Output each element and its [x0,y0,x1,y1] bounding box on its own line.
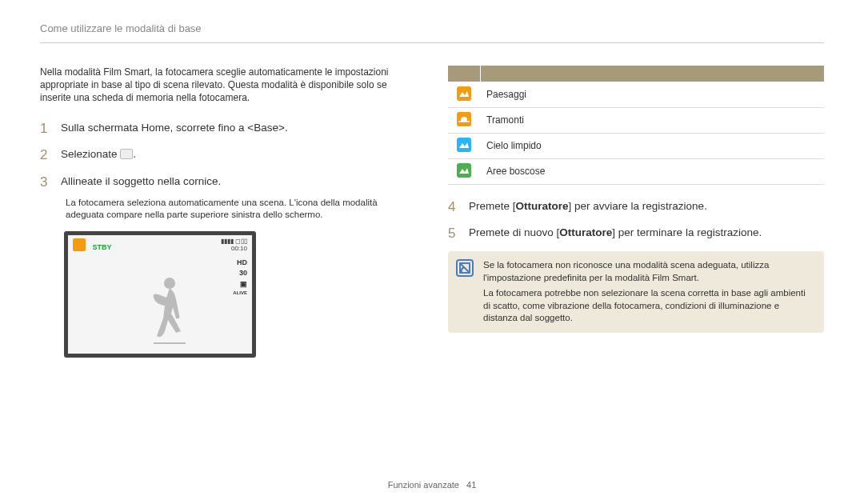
camera-status-icons: ▮▮▮▮ ◻▯▯ 00:10 [221,238,247,253]
scene-label: Tramonti [480,107,824,133]
note-icon [456,259,474,277]
step-2-text: Selezionate . [61,146,136,165]
step-3-text: Allineate il soggetto nella cornice. [61,173,221,192]
svg-point-0 [164,278,175,289]
svg-rect-7 [457,163,471,178]
scene-label: Paesaggi [480,82,824,107]
fps-label: 30 [233,268,247,279]
sky-icon [457,138,471,152]
mode-icon [120,149,133,159]
hd-label: HD [233,258,247,269]
content-columns: Nella modalità Film Smart, la fotocamera… [40,66,824,358]
table-row: Cielo limpido [448,133,824,158]
svg-rect-6 [457,138,471,152]
step-1-text: Sulla schermata Home, scorrete fino a <B… [61,119,288,138]
step-1: 1 Sulla schermata Home, scorrete fino a … [40,119,416,138]
note-box: Se la fotocamera non riconosce una modal… [448,251,824,333]
alive-label: ALIVE [233,290,247,297]
svg-rect-1 [457,86,471,101]
sunset-icon [457,112,471,126]
skater-silhouette-icon [149,275,190,347]
table-header-label-col [480,66,824,82]
footer-section: Funzioni avanzate [388,480,459,490]
step-num-4: 4 [448,198,459,217]
left-column: Nella modalità Film Smart, la fotocamera… [40,66,416,358]
step-num-2: 2 [40,146,51,165]
step-2: 2 Selezionate . [40,146,416,165]
table-row: Tramonti [448,107,824,133]
step-4-text: Premete [Otturatore] per avviare la regi… [469,198,707,217]
scene-label: Aree boscose [480,158,824,184]
step-3-sub: La fotocamera seleziona automaticamente … [66,197,416,222]
note-line-2: La fotocamera potrebbe non selezionare l… [483,287,814,325]
step-3: 3 Allineate il soggetto nella cornice. [40,173,416,192]
page-footer: Funzioni avanzate 41 [0,480,864,490]
page-header: Come utilizzare le modalità di base [40,22,824,43]
landscape-icon [457,86,471,101]
step-5-text: Premete di nuovo [Otturatore] per termin… [469,224,762,243]
camera-side-labels: HD 30 ▣ ALIVE [233,258,247,298]
table-row: Aree boscose [448,158,824,184]
note-line-1: Se la fotocamera non riconosce una modal… [483,259,814,284]
step-num-1: 1 [40,119,51,138]
table-header-icon-col [448,66,480,82]
stabilizer-icon: ▣ [233,279,247,290]
header-title: Come utilizzare le modalità di base [40,22,202,34]
step-num-5: 5 [448,224,459,243]
step-4: 4 Premete [Otturatore] per avviare la re… [448,198,824,217]
footer-page: 41 [466,480,476,490]
shutter-key: Otturatore [559,226,612,238]
table-row: Paesaggi [448,82,824,107]
camera-preview: STBY ▮▮▮▮ ◻▯▯ 00:10 HD 30 ▣ ALIVE [64,231,256,358]
step-5: 5 Premete di nuovo [Otturatore] per term… [448,224,824,243]
scene-badge-icon [73,238,86,251]
right-column: Paesaggi Tramonti Cielo limpido Aree bos… [448,66,824,358]
intro-text: Nella modalità Film Smart, la fotocamera… [40,66,416,105]
stby-label: STBY [93,243,112,251]
scene-table: Paesaggi Tramonti Cielo limpido Aree bos… [448,66,824,185]
forest-icon [457,163,471,178]
scene-label: Cielo limpido [480,133,824,158]
step-num-3: 3 [40,173,51,192]
camera-top-bar: STBY ▮▮▮▮ ◻▯▯ 00:10 [73,238,247,253]
shutter-key: Otturatore [516,200,569,212]
